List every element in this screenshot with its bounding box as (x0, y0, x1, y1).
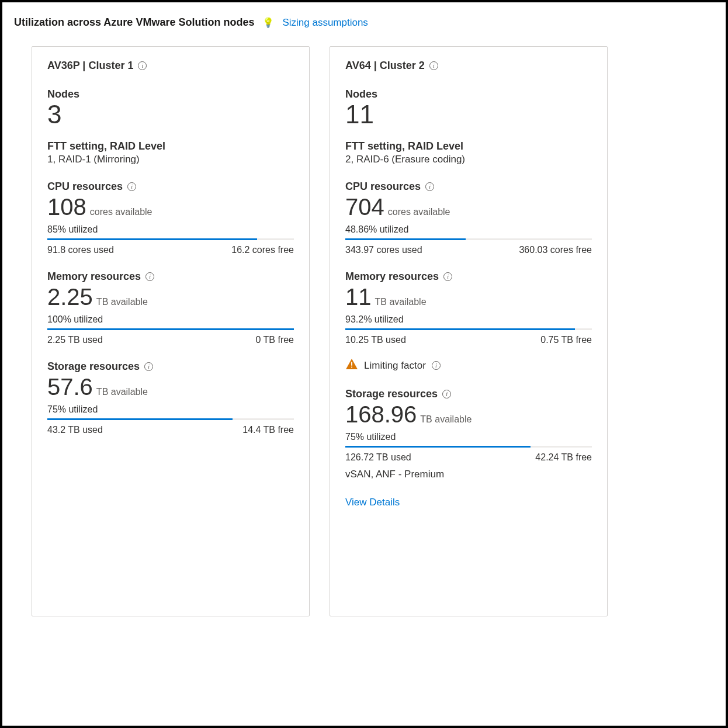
storage-value: 57.6 (47, 375, 93, 398)
memory-free: 0 TB free (255, 335, 294, 345)
cluster-card-2: AV64 | Cluster 2 i Nodes 11 FTT setting,… (330, 46, 608, 616)
sizing-assumptions-link[interactable]: Sizing assumptions (282, 17, 368, 29)
cpu-value: 704 (345, 195, 384, 219)
memory-label: Memory resources (345, 271, 439, 283)
info-icon[interactable]: i (127, 182, 136, 191)
memory-value: 11 (345, 285, 372, 308)
cpu-bar (47, 238, 294, 240)
memory-utilized: 100% utilized (47, 314, 294, 325)
info-icon[interactable]: i (429, 61, 438, 70)
ftt-label: FTT setting, RAID Level (345, 140, 592, 152)
page-title: Utilization across Azure VMware Solution… (14, 16, 254, 29)
memory-used: 2.25 TB used (47, 335, 103, 345)
storage-label: Storage resources (47, 360, 140, 373)
memory-utilized: 93.2% utilized (345, 314, 592, 325)
memory-used: 10.25 TB used (345, 335, 406, 345)
info-icon[interactable]: i (443, 272, 452, 281)
memory-bar (345, 328, 592, 330)
cluster-card-1: AV36P | Cluster 1 i Nodes 3 FTT setting,… (32, 46, 310, 616)
storage-bar (345, 446, 592, 448)
storage-unit: TB available (420, 414, 472, 425)
info-icon[interactable]: i (145, 272, 154, 281)
storage-label: Storage resources (345, 388, 438, 400)
memory-bar (47, 328, 294, 330)
nodes-value: 11 (345, 102, 592, 127)
svg-rect-0 (351, 362, 352, 365)
storage-used: 126.72 TB used (345, 452, 411, 463)
info-icon[interactable]: i (442, 390, 451, 398)
cpu-free: 360.03 cores free (519, 245, 592, 255)
info-icon[interactable]: i (138, 61, 147, 70)
storage-bar (47, 418, 294, 420)
ftt-value: 2, RAID-6 (Erasure coding) (345, 154, 592, 165)
bulb-icon: 💡 (262, 17, 274, 28)
storage-free: 14.4 TB free (242, 425, 294, 435)
storage-utilized: 75% utilized (47, 404, 294, 415)
storage-extra: vSAN, ANF - Premium (345, 469, 592, 480)
info-icon[interactable]: i (425, 182, 434, 191)
cpu-utilized: 85% utilized (47, 224, 294, 235)
memory-free: 0.75 TB free (540, 335, 592, 345)
cpu-utilized: 48.86% utilized (345, 224, 592, 235)
nodes-value: 3 (47, 102, 294, 127)
info-icon[interactable]: i (144, 362, 153, 371)
storage-unit: TB available (96, 387, 148, 397)
memory-label: Memory resources (47, 271, 141, 283)
nodes-label: Nodes (47, 88, 294, 100)
ftt-label: FTT setting, RAID Level (47, 140, 294, 152)
storage-utilized: 75% utilized (345, 432, 592, 442)
limiting-factor-label: Limiting factor (364, 360, 426, 372)
memory-unit: TB available (96, 297, 148, 307)
memory-value: 2.25 (47, 285, 93, 308)
svg-rect-1 (351, 367, 352, 368)
cluster-title: AV36P | Cluster 1 (47, 60, 133, 72)
memory-unit: TB available (375, 297, 427, 307)
cluster-title: AV64 | Cluster 2 (345, 60, 425, 72)
ftt-value: 1, RAID-1 (Mirroring) (47, 154, 294, 165)
storage-used: 43.2 TB used (47, 425, 103, 435)
cpu-bar (345, 238, 592, 240)
view-details-link[interactable]: View Details (345, 497, 400, 508)
cpu-unit: cores available (388, 207, 450, 217)
cpu-used: 343.97 cores used (345, 245, 422, 255)
cpu-label: CPU resources (47, 181, 123, 193)
cpu-free: 16.2 cores free (231, 245, 294, 255)
cpu-value: 108 (47, 195, 86, 219)
cpu-used: 91.8 cores used (47, 245, 114, 255)
storage-free: 42.24 TB free (535, 452, 592, 463)
warning-icon (345, 358, 358, 373)
cpu-unit: cores available (90, 207, 152, 217)
cpu-label: CPU resources (345, 181, 421, 193)
storage-value: 168.96 (345, 403, 417, 426)
nodes-label: Nodes (345, 88, 592, 100)
info-icon[interactable]: i (432, 361, 441, 370)
